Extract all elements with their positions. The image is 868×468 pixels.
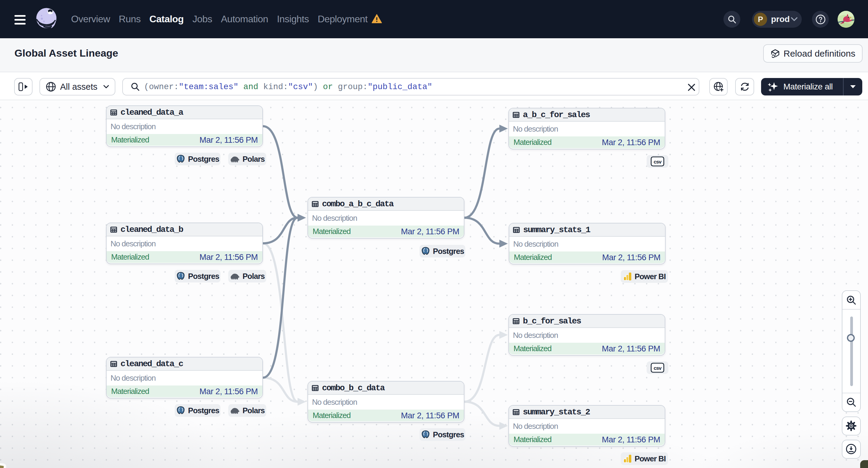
svg-text:csv: csv xyxy=(654,365,662,371)
svg-text:csv: csv xyxy=(654,159,662,165)
